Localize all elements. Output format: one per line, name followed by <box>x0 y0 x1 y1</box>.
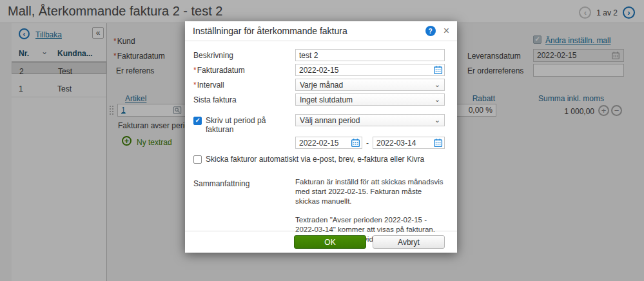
dialog-title: Inställningar för återkommande faktura <box>193 26 347 36</box>
dialog-body: Beskrivning *Fakturadatum *Intervall Var… <box>185 41 457 244</box>
date-range-separator: - <box>366 139 369 148</box>
sista-faktura-select[interactable]: Inget slutdatum⌄ <box>295 93 445 106</box>
recurring-invoice-settings-dialog: Inställningar för återkommande faktura ?… <box>185 21 457 253</box>
fakturadatum-input[interactable] <box>295 64 445 76</box>
cancel-button[interactable]: Avbryt <box>373 235 445 249</box>
close-icon[interactable]: × <box>444 26 449 36</box>
required-mark: * <box>193 66 197 75</box>
print-period-label: Skriv ut period på fakturan <box>206 116 295 134</box>
period-to-field <box>373 137 445 149</box>
period-type-value: Välj annan period <box>300 116 360 125</box>
chevron-down-icon: ⌄ <box>434 118 440 122</box>
dialog-footer: OK Avbryt <box>185 231 457 253</box>
help-icon[interactable]: ? <box>425 26 436 36</box>
auto-send-label: Skicka fakturor automatiskt via e-post, … <box>206 155 424 164</box>
sista-faktura-value: Inget slutdatum <box>300 95 353 104</box>
intervall-label: *Intervall <box>193 79 295 91</box>
chevron-down-icon: ⌄ <box>434 97 440 102</box>
auto-send-checkbox[interactable] <box>193 155 202 164</box>
calendar-icon[interactable] <box>351 138 360 150</box>
required-mark: * <box>193 81 197 90</box>
fakturadatum-modal-label: *Fakturadatum <box>193 64 295 76</box>
ok-button[interactable]: OK <box>294 235 366 249</box>
sista-faktura-label: Sista faktura <box>193 93 295 106</box>
beskrivning-input[interactable] <box>295 49 445 61</box>
summary-paragraph: Fakturan är inställd för att skickas mån… <box>295 177 445 207</box>
chevron-down-icon: ⌄ <box>434 82 440 87</box>
dialog-header: Inställningar för återkommande faktura ?… <box>185 21 457 41</box>
intervall-select[interactable]: Varje månad⌄ <box>295 79 445 91</box>
period-from-field <box>295 137 362 149</box>
period-type-select[interactable]: Välj annan period⌄ <box>295 114 445 126</box>
print-period-checkbox[interactable] <box>193 117 202 125</box>
calendar-icon[interactable] <box>433 138 443 150</box>
intervall-value: Varje månad <box>300 81 343 90</box>
calendar-icon[interactable] <box>433 65 443 77</box>
beskrivning-label: Beskrivning <box>193 49 295 61</box>
